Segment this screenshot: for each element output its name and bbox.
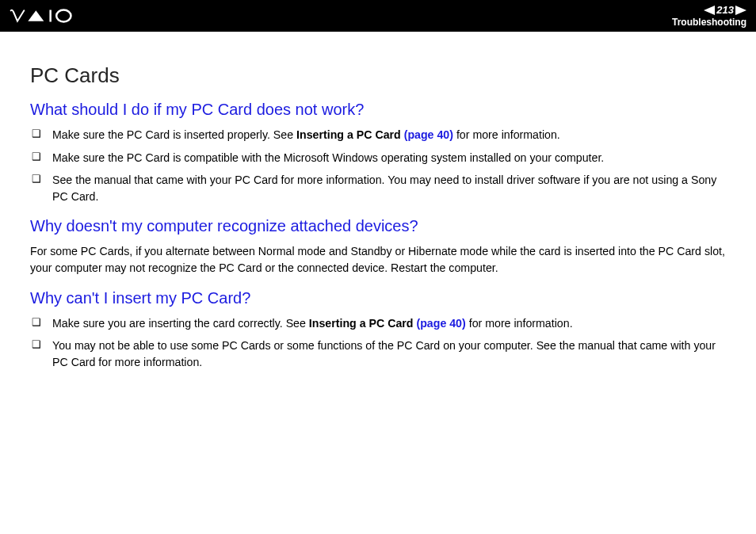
- prev-page-arrow-icon[interactable]: [704, 6, 715, 15]
- page-link[interactable]: (page 40): [416, 317, 465, 330]
- text: for more information.: [466, 317, 573, 330]
- page-nav: 213: [704, 4, 746, 16]
- text: for more information.: [453, 128, 560, 141]
- answer-paragraph: For some PC Cards, if you alternate betw…: [30, 243, 726, 276]
- list-item: Make sure the PC Card is compatible with…: [30, 150, 726, 166]
- next-page-arrow-icon[interactable]: [735, 6, 746, 15]
- svg-marker-3: [735, 6, 746, 15]
- svg-point-1: [56, 10, 71, 22]
- answer-list-1: Make sure the PC Card is inserted proper…: [30, 127, 726, 204]
- page-content: PC Cards What should I do if my PC Card …: [0, 32, 756, 392]
- page-link[interactable]: (page 40): [404, 128, 453, 141]
- vaio-logo: [10, 8, 89, 24]
- page-number: 213: [715, 4, 735, 16]
- list-item: Make sure the PC Card is inserted proper…: [30, 127, 726, 143]
- bold-text: Inserting a PC Card: [309, 317, 417, 330]
- question-heading-3: Why can't I insert my PC Card?: [30, 289, 726, 307]
- section-label: Troubleshooting: [672, 17, 746, 28]
- bold-text: Inserting a PC Card: [296, 128, 404, 141]
- answer-list-3: Make sure you are inserting the card cor…: [30, 315, 726, 371]
- list-item: Make sure you are inserting the card cor…: [30, 315, 726, 332]
- question-heading-1: What should I do if my PC Card does not …: [30, 101, 726, 119]
- page-title: PC Cards: [30, 63, 726, 88]
- header-right: 213 Troubleshooting: [672, 4, 746, 28]
- list-item: See the manual that came with your PC Ca…: [30, 172, 726, 204]
- page-header: 213 Troubleshooting: [0, 0, 756, 32]
- svg-marker-2: [704, 6, 715, 15]
- text: Make sure the PC Card is inserted proper…: [52, 128, 296, 141]
- question-heading-2: Why doesn't my computer recognize attach…: [30, 217, 726, 235]
- text: Make sure you are inserting the card cor…: [52, 317, 309, 330]
- list-item: You may not be able to use some PC Cards…: [30, 338, 726, 370]
